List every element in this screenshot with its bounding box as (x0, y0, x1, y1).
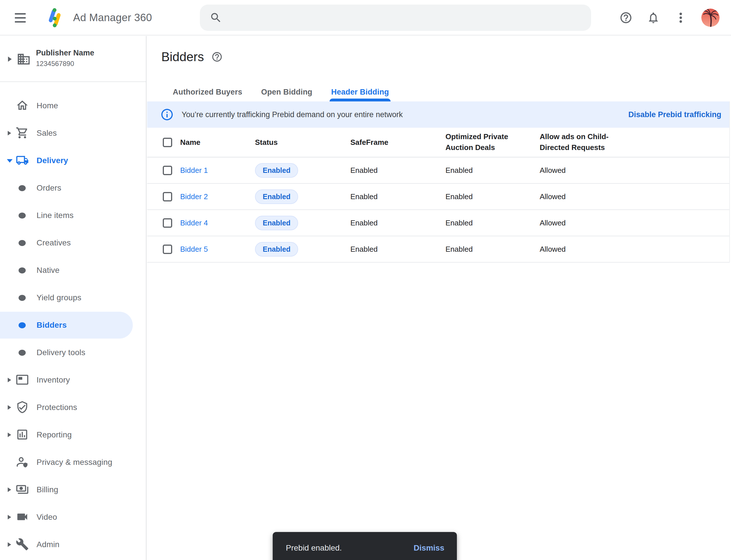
user-avatar[interactable] (701, 9, 720, 27)
toast-message: Prebid enabled. (286, 543, 342, 553)
table-row: Bidder 4 Enabled Enabled Enabled Allowed (147, 210, 729, 236)
dismiss-button[interactable]: Dismiss (414, 543, 444, 553)
child-directed-value: Allowed (540, 219, 729, 227)
chevron-right-icon (8, 378, 11, 382)
sidebar: Publisher Name 1234567890 Home Sales Del… (0, 36, 147, 560)
bullet-dot-icon (19, 322, 26, 328)
sidebar-nav: Home Sales Delivery Orders Line items (0, 82, 146, 558)
publisher-switcher[interactable]: Publisher Name 1234567890 (0, 36, 146, 82)
safeframe-value: Enabled (351, 192, 445, 201)
tab-bar: Authorized Buyers Open Bidding Header Bi… (173, 83, 389, 101)
search-bar[interactable] (200, 5, 591, 31)
bidder-link[interactable]: Bidder 4 (180, 219, 255, 227)
disable-prebid-trafficking-link[interactable]: Disable Prebid trafficking (628, 110, 721, 119)
sidebar-item-delivery[interactable]: Delivery (0, 147, 146, 174)
table-row: Bidder 5 Enabled Enabled Enabled Allowed (147, 236, 729, 263)
sidebar-item-billing[interactable]: Billing (0, 476, 146, 503)
sidebar-item-yield-groups[interactable]: Yield groups (0, 284, 146, 311)
top-app-bar: Ad Manager 360 (0, 0, 731, 35)
status-badge: Enabled (255, 216, 298, 230)
help-circle-icon[interactable] (211, 51, 223, 63)
chevron-right-icon (8, 542, 11, 547)
row-checkbox[interactable] (163, 245, 172, 254)
table-row: Bidder 2 Enabled Enabled Enabled Allowed (147, 184, 729, 210)
tab-authorized-buyers[interactable]: Authorized Buyers (173, 83, 242, 101)
main-content: Bidders Authorized Buyers Open Bidding H… (147, 36, 731, 560)
bullet-dot-icon (19, 350, 26, 356)
table-header-row: Name Status SafeFrame Optimized Private … (147, 128, 729, 157)
sidebar-item-sales[interactable]: Sales (0, 119, 146, 147)
safeframe-value: Enabled (351, 166, 445, 175)
sidebar-item-admin[interactable]: Admin (0, 531, 146, 558)
optimized-deals-value: Enabled (445, 245, 540, 254)
chevron-right-icon (8, 515, 11, 519)
column-header-safeframe: SafeFrame (351, 138, 445, 147)
bidder-link[interactable]: Bidder 1 (180, 166, 255, 175)
child-directed-value: Allowed (540, 192, 729, 201)
inventory-icon (15, 373, 29, 386)
sidebar-item-creatives[interactable]: Creatives (0, 229, 146, 257)
info-icon (160, 108, 174, 121)
help-icon[interactable] (619, 11, 633, 25)
payments-icon (15, 483, 29, 496)
truck-icon (15, 154, 29, 167)
notifications-bell-icon[interactable] (646, 11, 660, 25)
toast-snackbar: Prebid enabled. Dismiss (273, 532, 457, 560)
person-shield-icon (15, 455, 29, 469)
topbar-actions (619, 0, 720, 35)
sidebar-item-inventory[interactable]: Inventory (0, 366, 146, 394)
status-badge: Enabled (255, 189, 298, 204)
home-icon (15, 99, 29, 112)
column-header-allow-ads-child-directed: Allow ads on Child-Directed Requests (540, 131, 612, 153)
column-header-optimized-private-auction-deals: Optimized Private Auction Deals (445, 131, 517, 153)
safeframe-value: Enabled (351, 219, 445, 227)
safeframe-value: Enabled (351, 245, 445, 254)
publisher-id: 1234567890 (36, 60, 94, 68)
sidebar-item-bidders[interactable]: Bidders (0, 311, 146, 339)
bullet-dot-icon (19, 267, 26, 273)
table-row: Bidder 1 Enabled Enabled Enabled Allowed (147, 157, 729, 184)
sidebar-item-protections[interactable]: Protections (0, 394, 146, 421)
sidebar-item-line-items[interactable]: Line items (0, 202, 146, 229)
sidebar-item-delivery-tools[interactable]: Delivery tools (0, 339, 146, 366)
bidders-table: Name Status SafeFrame Optimized Private … (147, 128, 729, 263)
bullet-dot-icon (19, 295, 26, 301)
sidebar-item-video[interactable]: Video (0, 503, 146, 531)
search-icon (210, 11, 222, 24)
tab-header-bidding[interactable]: Header Bidding (331, 83, 389, 101)
more-vert-icon[interactable] (674, 11, 688, 25)
row-checkbox[interactable] (163, 166, 172, 175)
chevron-right-icon (8, 487, 11, 492)
bidder-link[interactable]: Bidder 5 (180, 245, 255, 254)
wrench-icon (15, 538, 29, 551)
hamburger-menu-icon[interactable] (15, 13, 26, 23)
sidebar-item-native[interactable]: Native (0, 257, 146, 284)
shield-check-icon (15, 401, 29, 414)
tab-open-bidding[interactable]: Open Bidding (261, 83, 312, 101)
bullet-dot-icon (19, 240, 26, 246)
banner-message: You’re currently trafficking Prebid dema… (182, 110, 402, 119)
chevron-right-icon (8, 57, 12, 62)
chevron-right-icon (8, 433, 11, 437)
videocam-icon (15, 510, 29, 523)
sidebar-item-orders[interactable]: Orders (0, 174, 146, 202)
row-checkbox[interactable] (163, 218, 172, 228)
bullet-dot-icon (19, 213, 26, 219)
bidder-link[interactable]: Bidder 2 (180, 192, 255, 201)
optimized-deals-value: Enabled (445, 192, 540, 201)
optimized-deals-value: Enabled (445, 166, 540, 175)
status-badge: Enabled (255, 163, 298, 178)
bullet-dot-icon (19, 185, 26, 191)
chevron-right-icon (8, 405, 11, 410)
sidebar-item-home[interactable]: Home (0, 92, 146, 119)
cart-icon (15, 126, 29, 139)
column-header-status: Status (255, 138, 351, 147)
publisher-name: Publisher Name (36, 49, 94, 57)
select-all-checkbox[interactable] (163, 138, 172, 147)
optimized-deals-value: Enabled (445, 219, 540, 227)
bar-chart-icon (15, 428, 29, 441)
sidebar-item-reporting[interactable]: Reporting (0, 421, 146, 449)
row-checkbox[interactable] (163, 192, 172, 201)
chevron-right-icon (8, 131, 11, 135)
sidebar-item-privacy-messaging[interactable]: Privacy & messaging (0, 449, 146, 476)
